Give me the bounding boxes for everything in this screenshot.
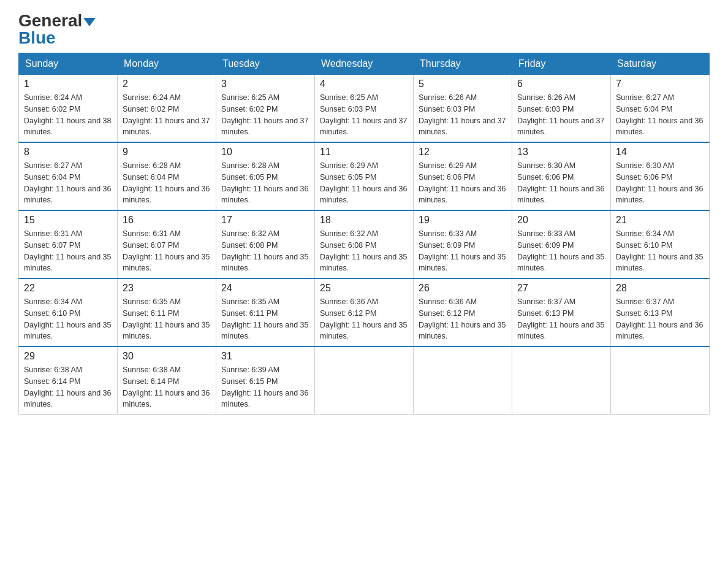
day-info: Sunrise: 6:28 AMSunset: 6:05 PMDaylight:…: [221, 160, 309, 206]
day-info: Sunrise: 6:27 AMSunset: 6:04 PMDaylight:…: [24, 160, 112, 206]
day-info: Sunrise: 6:33 AMSunset: 6:09 PMDaylight:…: [419, 228, 507, 274]
week-row-3: 15 Sunrise: 6:31 AMSunset: 6:07 PMDaylig…: [19, 210, 710, 278]
day-info: Sunrise: 6:31 AMSunset: 6:07 PMDaylight:…: [123, 228, 211, 274]
week-row-2: 8 Sunrise: 6:27 AMSunset: 6:04 PMDayligh…: [19, 142, 710, 210]
day-info: Sunrise: 6:36 AMSunset: 6:12 PMDaylight:…: [419, 296, 507, 342]
day-info: Sunrise: 6:24 AMSunset: 6:02 PMDaylight:…: [24, 92, 112, 138]
day-info: Sunrise: 6:29 AMSunset: 6:05 PMDaylight:…: [320, 160, 408, 206]
calendar-cell: 19 Sunrise: 6:33 AMSunset: 6:09 PMDaylig…: [414, 210, 512, 278]
calendar-cell: 27 Sunrise: 6:37 AMSunset: 6:13 PMDaylig…: [512, 278, 611, 347]
day-number: 7: [616, 79, 704, 90]
day-number: 31: [221, 351, 309, 362]
day-number: 30: [123, 351, 211, 362]
day-info: Sunrise: 6:24 AMSunset: 6:02 PMDaylight:…: [123, 92, 211, 138]
logo-general: General: [18, 12, 96, 29]
day-info: Sunrise: 6:34 AMSunset: 6:10 PMDaylight:…: [24, 296, 112, 342]
day-info: Sunrise: 6:31 AMSunset: 6:07 PMDaylight:…: [24, 228, 112, 274]
calendar-cell: 10 Sunrise: 6:28 AMSunset: 6:05 PMDaylig…: [216, 142, 315, 210]
day-info: Sunrise: 6:32 AMSunset: 6:08 PMDaylight:…: [221, 228, 309, 274]
calendar-cell: 23 Sunrise: 6:35 AMSunset: 6:11 PMDaylig…: [118, 278, 216, 347]
day-number: 2: [123, 79, 211, 90]
day-info: Sunrise: 6:26 AMSunset: 6:03 PMDaylight:…: [517, 92, 605, 138]
day-number: 18: [320, 215, 408, 226]
day-info: Sunrise: 6:37 AMSunset: 6:13 PMDaylight:…: [616, 296, 704, 342]
day-number: 5: [419, 79, 507, 90]
calendar-table: SundayMondayTuesdayWednesdayThursdayFrid…: [18, 53, 710, 415]
day-info: Sunrise: 6:33 AMSunset: 6:09 PMDaylight:…: [517, 228, 605, 274]
calendar-cell: 31 Sunrise: 6:39 AMSunset: 6:15 PMDaylig…: [216, 347, 315, 415]
calendar-cell: 26 Sunrise: 6:36 AMSunset: 6:12 PMDaylig…: [414, 278, 512, 347]
calendar-cell: 11 Sunrise: 6:29 AMSunset: 6:05 PMDaylig…: [315, 142, 414, 210]
day-number: 26: [419, 283, 507, 294]
day-info: Sunrise: 6:36 AMSunset: 6:12 PMDaylight:…: [320, 296, 408, 342]
calendar-cell: 13 Sunrise: 6:30 AMSunset: 6:06 PMDaylig…: [512, 142, 611, 210]
calendar-cell: 22 Sunrise: 6:34 AMSunset: 6:10 PMDaylig…: [19, 278, 118, 347]
col-header-tuesday: Tuesday: [216, 53, 315, 75]
calendar-cell: 17 Sunrise: 6:32 AMSunset: 6:08 PMDaylig…: [216, 210, 315, 278]
day-number: 1: [24, 79, 112, 90]
day-number: 22: [24, 283, 112, 294]
day-number: 3: [221, 79, 309, 90]
calendar-cell: 3 Sunrise: 6:25 AMSunset: 6:02 PMDayligh…: [216, 75, 315, 143]
day-number: 10: [221, 147, 309, 158]
day-number: 23: [123, 283, 211, 294]
day-number: 12: [419, 147, 507, 158]
calendar-cell: [315, 347, 414, 415]
calendar-cell: [414, 347, 512, 415]
day-number: 15: [24, 215, 112, 226]
col-header-sunday: Sunday: [19, 53, 118, 75]
day-number: 6: [517, 79, 605, 90]
week-row-5: 29 Sunrise: 6:38 AMSunset: 6:14 PMDaylig…: [19, 347, 710, 415]
page-header: General Blue: [18, 12, 710, 47]
day-info: Sunrise: 6:25 AMSunset: 6:03 PMDaylight:…: [320, 92, 408, 138]
logo-triangle-icon: [83, 18, 96, 26]
day-info: Sunrise: 6:25 AMSunset: 6:02 PMDaylight:…: [221, 92, 309, 138]
day-number: 8: [24, 147, 112, 158]
col-header-thursday: Thursday: [414, 53, 512, 75]
day-number: 14: [616, 147, 704, 158]
day-info: Sunrise: 6:34 AMSunset: 6:10 PMDaylight:…: [616, 228, 704, 274]
calendar-cell: 24 Sunrise: 6:35 AMSunset: 6:11 PMDaylig…: [216, 278, 315, 347]
day-info: Sunrise: 6:29 AMSunset: 6:06 PMDaylight:…: [419, 160, 507, 206]
calendar-cell: 7 Sunrise: 6:27 AMSunset: 6:04 PMDayligh…: [611, 75, 710, 143]
day-info: Sunrise: 6:38 AMSunset: 6:14 PMDaylight:…: [24, 364, 112, 410]
day-info: Sunrise: 6:38 AMSunset: 6:14 PMDaylight:…: [123, 364, 211, 410]
day-info: Sunrise: 6:32 AMSunset: 6:08 PMDaylight:…: [320, 228, 408, 274]
day-info: Sunrise: 6:39 AMSunset: 6:15 PMDaylight:…: [221, 364, 309, 410]
week-row-4: 22 Sunrise: 6:34 AMSunset: 6:10 PMDaylig…: [19, 278, 710, 347]
calendar-cell: 25 Sunrise: 6:36 AMSunset: 6:12 PMDaylig…: [315, 278, 414, 347]
calendar-cell: [611, 347, 710, 415]
day-number: 25: [320, 283, 408, 294]
day-number: 28: [616, 283, 704, 294]
day-number: 16: [123, 215, 211, 226]
day-number: 19: [419, 215, 507, 226]
logo-blue: Blue: [18, 29, 56, 47]
day-info: Sunrise: 6:30 AMSunset: 6:06 PMDaylight:…: [517, 160, 605, 206]
calendar-cell: 9 Sunrise: 6:28 AMSunset: 6:04 PMDayligh…: [118, 142, 216, 210]
day-number: 11: [320, 147, 408, 158]
day-number: 27: [517, 283, 605, 294]
day-info: Sunrise: 6:30 AMSunset: 6:06 PMDaylight:…: [616, 160, 704, 206]
calendar-cell: 14 Sunrise: 6:30 AMSunset: 6:06 PMDaylig…: [611, 142, 710, 210]
calendar-cell: 20 Sunrise: 6:33 AMSunset: 6:09 PMDaylig…: [512, 210, 611, 278]
day-info: Sunrise: 6:27 AMSunset: 6:04 PMDaylight:…: [616, 92, 704, 138]
calendar-cell: 6 Sunrise: 6:26 AMSunset: 6:03 PMDayligh…: [512, 75, 611, 143]
day-info: Sunrise: 6:28 AMSunset: 6:04 PMDaylight:…: [123, 160, 211, 206]
col-header-monday: Monday: [118, 53, 216, 75]
calendar-cell: 29 Sunrise: 6:38 AMSunset: 6:14 PMDaylig…: [19, 347, 118, 415]
day-number: 4: [320, 79, 408, 90]
logo: General Blue: [18, 12, 96, 47]
calendar-cell: 21 Sunrise: 6:34 AMSunset: 6:10 PMDaylig…: [611, 210, 710, 278]
calendar-cell: 2 Sunrise: 6:24 AMSunset: 6:02 PMDayligh…: [118, 75, 216, 143]
col-header-saturday: Saturday: [611, 53, 710, 75]
calendar-cell: 4 Sunrise: 6:25 AMSunset: 6:03 PMDayligh…: [315, 75, 414, 143]
day-number: 13: [517, 147, 605, 158]
calendar-cell: 5 Sunrise: 6:26 AMSunset: 6:03 PMDayligh…: [414, 75, 512, 143]
day-number: 24: [221, 283, 309, 294]
calendar-cell: 1 Sunrise: 6:24 AMSunset: 6:02 PMDayligh…: [19, 75, 118, 143]
calendar-cell: [512, 347, 611, 415]
col-header-wednesday: Wednesday: [315, 53, 414, 75]
day-number: 9: [123, 147, 211, 158]
col-header-friday: Friday: [512, 53, 611, 75]
header-row: SundayMondayTuesdayWednesdayThursdayFrid…: [19, 53, 710, 75]
